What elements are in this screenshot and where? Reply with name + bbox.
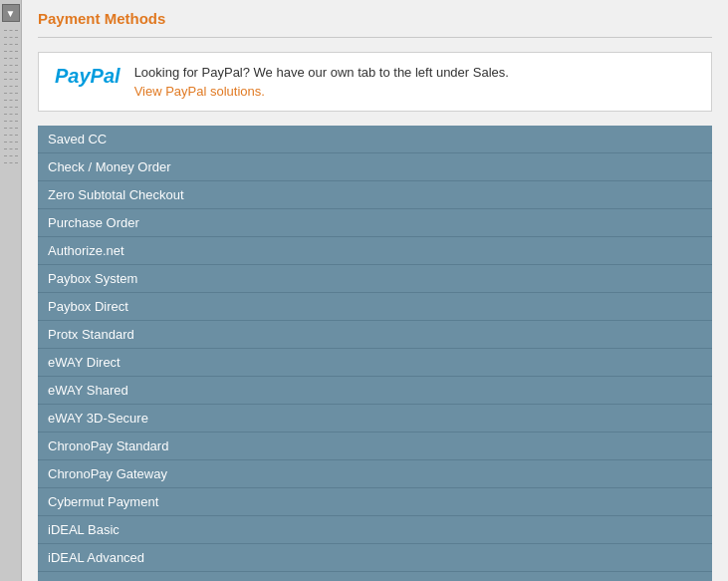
payment-item-saved-cc[interactable]: Saved CC xyxy=(38,126,712,153)
paypal-description: Looking for PayPal? We have our own tab … xyxy=(134,65,509,80)
paypal-logo-cyan: Pal xyxy=(91,65,121,87)
payment-item-authorize-net[interactable]: Authorize.net xyxy=(38,237,712,265)
payment-item-ideal-basic[interactable]: iDEAL Basic xyxy=(38,516,712,544)
left-sidebar: ▼ xyxy=(0,0,22,581)
payment-item-zero-subtotal[interactable]: Zero Subtotal Checkout xyxy=(38,181,712,209)
payment-item-chronopay-gateway[interactable]: ChronoPay Gateway xyxy=(38,460,712,488)
paypal-link[interactable]: View PayPal solutions. xyxy=(134,84,509,99)
paypal-banner: PayPal Looking for PayPal? We have our o… xyxy=(38,52,712,112)
payment-item-cybersource-soap[interactable]: Cybersource (SOAP Toolkit) xyxy=(38,572,712,581)
title-divider xyxy=(38,37,712,38)
payment-item-protx-standard[interactable]: Protx Standard xyxy=(38,321,712,349)
payment-item-purchase-order[interactable]: Purchase Order xyxy=(38,209,712,237)
payment-item-paybox-direct[interactable]: Paybox Direct xyxy=(38,293,712,321)
payment-item-eway-shared[interactable]: eWAY Shared xyxy=(38,377,712,405)
payment-item-eway-3d-secure[interactable]: eWAY 3D-Secure xyxy=(38,405,712,433)
payment-list: Saved CCCheck / Money OrderZero Subtotal… xyxy=(38,126,712,581)
sidebar-toggle[interactable]: ▼ xyxy=(2,4,20,22)
payment-item-ideal-advanced[interactable]: iDEAL Advanced xyxy=(38,544,712,572)
main-content: Payment Methods PayPal Looking for PayPa… xyxy=(22,0,728,581)
paypal-logo-blue: Pay xyxy=(55,65,91,87)
payment-item-eway-direct[interactable]: eWAY Direct xyxy=(38,349,712,377)
sidebar-decoration xyxy=(4,30,18,163)
payment-item-cybermut-payment[interactable]: Cybermut Payment xyxy=(38,488,712,516)
paypal-text: Looking for PayPal? We have our own tab … xyxy=(134,65,509,99)
page-title: Payment Methods xyxy=(38,10,712,27)
payment-item-check-money-order[interactable]: Check / Money Order xyxy=(38,153,712,181)
paypal-logo: PayPal xyxy=(55,65,121,88)
payment-item-paybox-system[interactable]: Paybox System xyxy=(38,265,712,293)
payment-item-chronopay-standard[interactable]: ChronoPay Standard xyxy=(38,433,712,460)
